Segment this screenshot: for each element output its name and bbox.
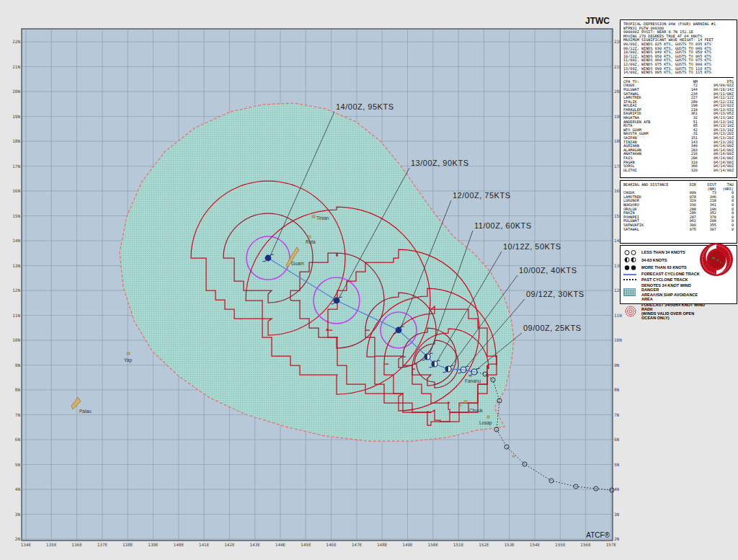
lon-tick: 145E	[301, 542, 311, 547]
lon-tick: 140E	[174, 542, 184, 547]
legend-label-line: PAST CYCLONE TRACK	[641, 277, 688, 282]
legend-panel: LESS THAN 34 KNOTS34-63 KNOTSMORE THAN 6…	[620, 245, 737, 304]
filled-circles-icon	[623, 265, 639, 271]
lat-tick-right: 6N	[614, 437, 620, 442]
lon-tick: 144E	[275, 542, 286, 547]
wind-radii-icon	[623, 306, 639, 317]
legend-label-line: (WINDS VALID OVER OPEN OCEAN ONLY)	[641, 311, 708, 321]
jtwc-watermark: JTWC	[585, 16, 610, 26]
island-shape	[487, 416, 489, 418]
lon-tick: 157E	[606, 542, 617, 547]
island-shape	[512, 455, 515, 457]
forecast-label: 10/12Z, 50KTS	[503, 242, 561, 251]
lon-tick: 139E	[148, 542, 159, 547]
warning-text-panel: TROPICAL DEPRESSION 04W (FOUR) WARNING #…	[620, 19, 737, 178]
forecast-label: 09/00Z, 25KTS	[523, 324, 582, 332]
island-shape	[308, 236, 311, 238]
island-label: Chuuk	[469, 408, 484, 413]
lat-tick-left: 5N	[15, 462, 21, 467]
forecast-label: 14/00Z, 95KTS	[336, 102, 394, 111]
lon-tick: 135E	[46, 542, 57, 547]
legend-label: FORECAST 34/50/64 KNOT WIND RADII(WINDS …	[641, 303, 708, 321]
jtwc-seal-icon	[698, 241, 734, 277]
lat-tick-right: 3N	[614, 512, 620, 517]
lon-tick: 143E	[249, 542, 260, 547]
atcf-watermark: ATCF®	[586, 531, 610, 539]
lat-tick-right: 5N	[614, 462, 620, 467]
lon-tick: 155E	[555, 542, 566, 547]
legend-label-line: 34-63 KNOTS	[641, 258, 667, 262]
island-shape	[469, 375, 471, 377]
half-circles-icon	[623, 257, 639, 263]
past-track-dots-icon	[623, 279, 639, 280]
island-label: Guam	[291, 261, 304, 266]
legend-label: DENOTES 34 KNOT WIND DANGERAREA/USN SHIP…	[641, 283, 708, 301]
forecast-label: 13/00Z, 90KTS	[411, 159, 469, 167]
legend-label: FORECAST CYCLONE TRACK	[641, 272, 700, 276]
lat-tick-right: 11N	[614, 313, 622, 318]
lat-tick-right: 8N	[614, 387, 620, 392]
lat-tick-left: 21N	[12, 64, 20, 69]
lat-tick-left: 11N	[12, 313, 20, 318]
forecast-label: 10/00Z, 40KTS	[519, 266, 577, 275]
lon-tick: 141E	[199, 542, 210, 547]
lat-tick-left: 15N	[12, 213, 20, 218]
lat-tick-left: 13N	[12, 263, 20, 268]
open-circles-icon	[623, 249, 639, 256]
danger-area-swatch-icon	[623, 288, 639, 296]
panel-divider	[623, 77, 734, 78]
legend-label-line: FORECAST 34/50/64 KNOT WIND RADII	[641, 303, 708, 312]
lon-tick: 149E	[402, 542, 413, 547]
lat-tick-right: 2N	[614, 536, 620, 541]
lat-tick-left: 7N	[15, 412, 21, 417]
legend-item: DENOTES 34 KNOT WIND DANGERAREA/USN SHIP…	[623, 283, 734, 301]
island-label: Tinian	[316, 215, 329, 221]
lat-tick-left: 8N	[15, 387, 21, 392]
legend-label-line: FORECAST CYCLONE TRACK	[641, 272, 700, 276]
lon-tick: 134E	[21, 542, 32, 547]
lat-tick-right: 9N	[614, 363, 620, 368]
forecast-label: 12/00Z, 75KTS	[453, 191, 511, 200]
legend-label-line: MORE THAN 63 KNOTS	[641, 265, 687, 270]
warning-lines: TROPICAL DEPRESSION 04W (FOUR) WARNING #…	[623, 22, 734, 75]
forecast-label: 09/12Z, 30KTS	[526, 290, 584, 298]
jtwc-warning-graphic: 134E135E136E137E138E139E140E141E142E143E…	[0, 0, 738, 560]
legend-label: 34-63 KNOTS	[641, 258, 667, 262]
warning-line: 14/00Z, WINDS 095 KTS, GUSTS TO 115 KTS	[623, 71, 734, 75]
lon-tick: 148E	[377, 542, 388, 547]
forecast-track-line-icon	[623, 274, 639, 275]
lat-tick-left: 12N	[12, 288, 20, 293]
legend-label-line: LESS THAN 34 KNOTS	[641, 250, 685, 254]
lon-tick: 152E	[479, 542, 489, 547]
bearing-distance-panel: BEARING AND DISTANCE DIR DIST TAU (NM) (…	[620, 180, 737, 244]
lon-tick: 151E	[453, 542, 464, 547]
lon-tick: 136E	[71, 542, 82, 547]
island-shape	[127, 352, 130, 355]
island-label: Palau	[79, 409, 92, 414]
legend-label: PAST CYCLONE TRACK	[641, 277, 688, 282]
legend-label: LESS THAN 34 KNOTS	[641, 250, 685, 254]
lat-tick-left: 2N	[15, 536, 21, 541]
legend-item: PAST CYCLONE TRACK	[623, 277, 734, 282]
lon-tick: 147E	[352, 542, 363, 547]
island-label: Rota	[306, 239, 316, 244]
lat-tick-left: 4N	[15, 486, 21, 492]
cpa-table: CHUUK7204/09/02ZPULUWAT14404/10/14ZSATAW…	[623, 84, 734, 172]
lat-tick-left: 17N	[12, 164, 20, 169]
lat-tick-left: 19N	[12, 114, 20, 119]
lon-tick: 142E	[224, 542, 235, 547]
legend-label-line: AREA/USN SHIP AVOIDANCE AREA	[641, 293, 708, 302]
island-label: Fananu	[465, 378, 481, 383]
lon-tick: 137E	[97, 542, 108, 547]
lon-tick: 156E	[580, 542, 591, 547]
lat-tick-left: 6N	[15, 437, 21, 442]
lat-tick-left: 10N	[12, 337, 20, 342]
legend-item: FORECAST 34/50/64 KNOT WIND RADII(WINDS …	[623, 303, 734, 321]
island-label: Yap	[124, 357, 132, 363]
island-shape	[459, 405, 461, 406]
lat-tick-right: 7N	[614, 412, 620, 417]
lat-tick-left: 3N	[15, 512, 21, 517]
island-label: Losap	[479, 420, 492, 426]
lat-tick-left: 16N	[12, 188, 20, 193]
island-shape	[464, 401, 467, 403]
